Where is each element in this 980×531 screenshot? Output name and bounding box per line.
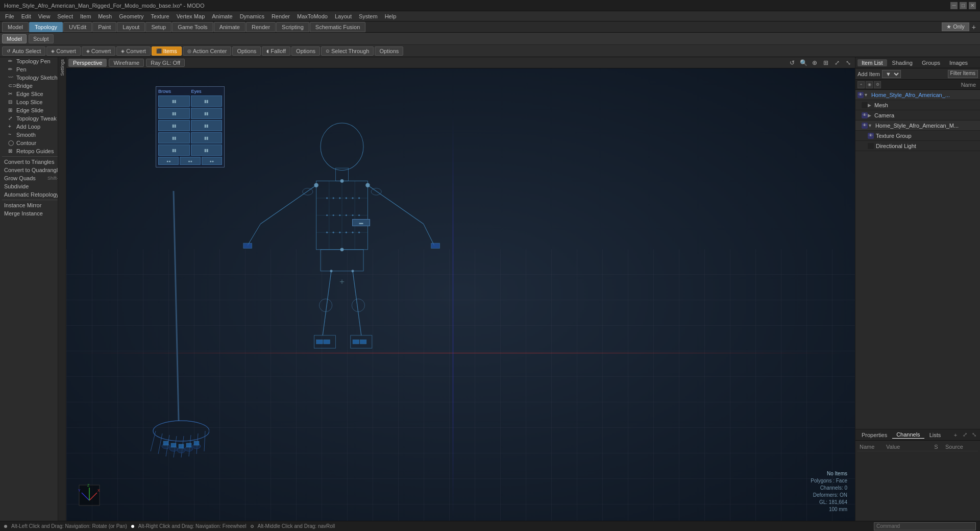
maximize-button[interactable]: □ — [960, 2, 967, 9]
panel-btn-4[interactable]: ▮▮ — [191, 108, 223, 119]
vp-icon-btn-0[interactable]: ↺ — [788, 58, 797, 67]
bp-icon-btn-0[interactable]: + — [951, 431, 960, 439]
menu-item-file[interactable]: File — [2, 12, 17, 20]
sidebar-item-smooth[interactable]: ~Smooth — [0, 131, 66, 139]
sidebar-item-retopo-guides[interactable]: ⊠Retopo Guides — [0, 147, 66, 155]
only-button[interactable]: ★ Only — [942, 22, 969, 31]
panel-btn-8[interactable]: ▮▮ — [191, 132, 223, 143]
bp-tab-lists[interactable]: Lists — [925, 431, 945, 439]
item-list-row-3[interactable]: 👁▼Home_Style_Afro_American_M... — [855, 120, 980, 131]
sidebar-item-grow-quads[interactable]: Grow QuadsShift-Q — [0, 174, 66, 182]
sidebar-item-instance-mirror[interactable]: Instance Mirror — [0, 201, 66, 209]
sidebar-item-pen[interactable]: ✏Pen — [0, 65, 66, 74]
add-item-select[interactable]: ▼ — [882, 70, 901, 78]
rpanel-tab-images[interactable]: Images — [945, 59, 972, 66]
menu-item-mesh[interactable]: Mesh — [95, 12, 115, 20]
tab-game-tools[interactable]: Game Tools — [172, 22, 213, 32]
panel-btn-6[interactable]: ▮▮ — [191, 120, 223, 131]
filter-items-btn[interactable]: Filter Items — [948, 70, 978, 78]
tab-uvedit[interactable]: UVEdit — [63, 22, 92, 32]
menu-item-edit[interactable]: Edit — [18, 12, 34, 20]
vp-icon-btn-2[interactable]: ⊕ — [810, 58, 819, 67]
bp-icon-btn-1[interactable]: ⤢ — [961, 431, 969, 439]
add-tab-button[interactable]: + — [970, 23, 978, 31]
item-eye-5[interactable] — [868, 143, 874, 149]
panel-btn-3[interactable]: ▮▮ — [158, 108, 190, 119]
toolbar-btn-6[interactable]: Options — [232, 46, 261, 56]
sidebar-item-contour[interactable]: ◯Contour — [0, 139, 66, 147]
menu-item-select[interactable]: Select — [54, 12, 76, 20]
item-eye-0[interactable]: 👁 — [857, 92, 864, 98]
vp-tab-perspective[interactable]: Perspective — [68, 59, 107, 67]
menu-item-dynamics[interactable]: Dynamics — [237, 12, 267, 20]
sidebar-item-convert-to-triangles[interactable]: Convert to Triangles — [0, 158, 66, 166]
sidebar-item-add-loop[interactable]: +Add Loop — [0, 123, 66, 131]
sidebar-item-topology-sketch[interactable]: 〰Topology Sketch — [0, 74, 66, 82]
sidebar-item-topology-tweak[interactable]: ⤢Topology Tweak — [0, 114, 66, 123]
menu-item-system[interactable]: System — [356, 12, 381, 20]
rpanel-tab-groups[interactable]: Groups — [918, 59, 944, 66]
menu-item-maxtomodo[interactable]: MaxToModo — [294, 12, 331, 20]
menu-item-layout[interactable]: Layout — [332, 12, 355, 20]
item-list-row-2[interactable]: 👁▶Camera — [855, 110, 980, 120]
bp-tab-properties[interactable]: Properties — [857, 431, 891, 439]
panel-btn-row2-3[interactable]: ●● — [202, 157, 222, 165]
item-eye-4[interactable]: 👁 — [868, 133, 874, 139]
vp-tab-ray-gl-off[interactable]: Ray GL: Off — [146, 59, 185, 67]
sidebar-item-edge-slice[interactable]: ✂Edge Slice — [0, 90, 66, 98]
mode-btn-model[interactable]: Model — [2, 34, 27, 43]
vp-tab-wireframe[interactable]: Wireframe — [109, 59, 144, 67]
item-eye-3[interactable]: 👁 — [862, 123, 868, 129]
toolbar-btn-10[interactable]: Options — [375, 46, 403, 56]
toolbar-btn-2[interactable]: ◈Convert — [82, 46, 116, 56]
item-eye-1[interactable] — [862, 102, 868, 108]
panel-btn-10[interactable]: ▮▮ — [191, 144, 223, 156]
menu-item-render[interactable]: Render — [268, 12, 293, 20]
command-input[interactable] — [874, 522, 976, 530]
toolbar-btn-8[interactable]: Options — [291, 46, 320, 56]
sidebar-item-loop-slice[interactable]: ⊟Loop Slice — [0, 98, 66, 106]
panel-btn-row2-2[interactable]: ●● — [180, 157, 200, 165]
panel-btn-5[interactable]: ▮▮ — [158, 120, 190, 131]
tab-paint[interactable]: Paint — [92, 22, 116, 32]
tab-topology[interactable]: Topology — [29, 22, 63, 32]
sidebar-item-convert-to-quadrangles[interactable]: Convert to Quadrangles — [0, 166, 66, 174]
sidebar-item-bridge[interactable]: ⊂⊃Bridge — [0, 82, 66, 90]
tab-schematic-fusion[interactable]: Schematic Fusion — [310, 22, 365, 32]
sidebar-item-edge-slide[interactable]: ⊞Edge Slide — [0, 106, 66, 114]
toolbar-btn-1[interactable]: ◈Convert — [46, 46, 81, 56]
sidebar-item-topology-pen[interactable]: ✏Topology Pen — [0, 57, 66, 65]
toolbar-btn-5[interactable]: ◎Action Center — [183, 46, 232, 56]
panel-btn-9[interactable]: ▮▮ — [158, 144, 190, 156]
toolbar-btn-4[interactable]: ⬛Items — [152, 46, 182, 56]
toolbar-btn-9[interactable]: ⊙Select Through — [321, 46, 374, 56]
vp-icon-btn-1[interactable]: 🔍 — [799, 58, 808, 67]
tab-animate[interactable]: Animate — [214, 22, 246, 32]
toolbar-btn-7[interactable]: ◖Falloff — [262, 46, 290, 56]
panel-btn-7[interactable]: ▮▮ — [158, 132, 190, 143]
menu-item-texture[interactable]: Texture — [148, 12, 173, 20]
tab-scripting[interactable]: Scripting — [276, 22, 309, 32]
sidebar-item-automatic-retopology[interactable]: Automatic Retopology — [0, 190, 66, 199]
vp-icon-btn-3[interactable]: ⊞ — [821, 58, 830, 67]
menu-item-item[interactable]: Item — [77, 12, 94, 20]
toolbar-btn-3[interactable]: ◈Convert — [116, 46, 151, 56]
rpanel-tab-item-list[interactable]: Item List — [857, 59, 887, 66]
item-list-row-0[interactable]: 👁▼Home_Style_Afro_American_... — [855, 90, 980, 100]
menu-item-help[interactable]: Help — [382, 12, 400, 20]
panel-btn-1[interactable]: ▮▮ — [158, 95, 190, 107]
tab-render[interactable]: Render — [246, 22, 276, 32]
vp-icon-btn-4[interactable]: ⤢ — [832, 58, 842, 67]
toolbar-btn-0[interactable]: ↺Auto Select — [2, 46, 45, 56]
item-list-row-4[interactable]: 👁Texture Group — [855, 131, 980, 141]
close-button[interactable]: ✕ — [969, 2, 976, 9]
menu-item-geometry[interactable]: Geometry — [116, 12, 146, 20]
bp-icon-btn-2[interactable]: ⤡ — [970, 431, 978, 439]
tab-layout[interactable]: Layout — [117, 22, 145, 32]
sidebar-item-subdivide[interactable]: Subdivide — [0, 182, 66, 190]
panel-btn-row2-1[interactable]: ●● — [158, 157, 179, 165]
item-eye-2[interactable]: 👁 — [862, 112, 868, 118]
menu-item-vertex-map[interactable]: Vertex Map — [174, 12, 208, 20]
rpanel-tab-shading[interactable]: Shading — [888, 59, 917, 66]
item-list-row-5[interactable]: Directional Light — [855, 141, 980, 151]
